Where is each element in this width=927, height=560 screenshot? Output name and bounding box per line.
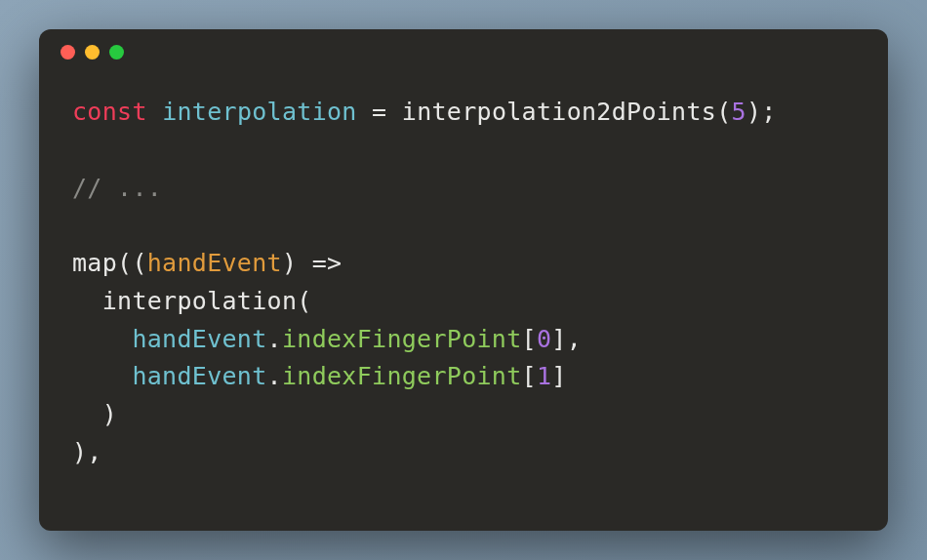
identifier-interpolation: interpolation [162, 98, 357, 126]
code-line-6: interpolation( [72, 287, 312, 315]
blank-line [72, 132, 855, 170]
number-literal: 5 [732, 98, 746, 126]
arrow-function: ) => [282, 249, 342, 277]
function-map: map [72, 249, 117, 277]
close-icon[interactable] [60, 45, 75, 60]
code-line-5: map((handEvent) => [72, 249, 342, 277]
code-block: const interpolation = interpolation2dPoi… [39, 74, 888, 492]
minimize-icon[interactable] [85, 45, 100, 60]
object-handevent: handEvent [132, 362, 266, 390]
keyword-const: const [72, 98, 147, 126]
object-handevent: handEvent [132, 325, 266, 353]
code-line-8: handEvent.indexFingerPoint[1] [72, 362, 567, 390]
number-literal: 0 [537, 325, 551, 353]
maximize-icon[interactable] [109, 45, 124, 60]
comment: // ... [72, 174, 162, 202]
number-literal: 1 [537, 362, 551, 390]
property-indexfingerpoint: indexFingerPoint [282, 325, 522, 353]
blank-line [72, 207, 855, 245]
code-line-10: ), [72, 438, 102, 466]
param-handevent: handEvent [147, 249, 282, 277]
code-window: const interpolation = interpolation2dPoi… [39, 29, 888, 531]
code-line-7: handEvent.indexFingerPoint[0], [72, 325, 582, 353]
code-line-1: const interpolation = interpolation2dPoi… [72, 98, 777, 126]
function-call: interpolation2dPoints [402, 98, 716, 126]
operator-equals: = [372, 98, 386, 126]
code-line-3: // ... [72, 174, 162, 202]
code-line-9: ) [72, 400, 117, 428]
property-indexfingerpoint: indexFingerPoint [282, 362, 522, 390]
titlebar [39, 29, 888, 74]
function-interpolation: interpolation [102, 287, 298, 315]
